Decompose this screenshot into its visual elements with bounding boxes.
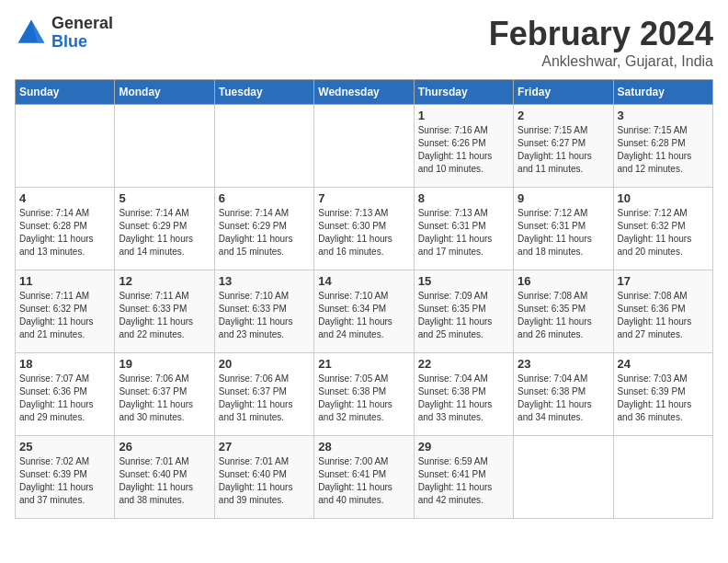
day-detail: Sunrise: 7:09 AM Sunset: 6:35 PM Dayligh…: [418, 290, 509, 341]
title-block: February 2024 Ankleshwar, Gujarat, India: [489, 15, 713, 70]
day-detail: Sunrise: 7:14 AM Sunset: 6:29 PM Dayligh…: [119, 207, 210, 259]
day-detail: Sunrise: 7:11 AM Sunset: 6:33 PM Dayligh…: [119, 290, 210, 341]
calendar-cell: 8Sunrise: 7:13 AM Sunset: 6:31 PM Daylig…: [414, 188, 513, 270]
day-number: 12: [119, 274, 210, 288]
calendar-cell: [613, 436, 712, 519]
calendar-cell: 9Sunrise: 7:12 AM Sunset: 6:31 PM Daylig…: [514, 188, 613, 270]
calendar-cell: 7Sunrise: 7:13 AM Sunset: 6:30 PM Daylig…: [314, 188, 414, 270]
day-number: 8: [418, 191, 509, 205]
calendar-cell: 2Sunrise: 7:15 AM Sunset: 6:27 PM Daylig…: [514, 105, 613, 188]
calendar-cell: 1Sunrise: 7:16 AM Sunset: 6:26 PM Daylig…: [414, 105, 513, 188]
day-detail: Sunrise: 7:04 AM Sunset: 6:38 PM Dayligh…: [418, 373, 509, 424]
day-detail: Sunrise: 7:14 AM Sunset: 6:28 PM Dayligh…: [19, 207, 110, 259]
day-number: 11: [19, 274, 110, 288]
day-detail: Sunrise: 7:12 AM Sunset: 6:32 PM Dayligh…: [618, 207, 709, 259]
calendar-cell: 28Sunrise: 7:00 AM Sunset: 6:41 PM Dayli…: [314, 436, 414, 519]
day-detail: Sunrise: 7:02 AM Sunset: 6:39 PM Dayligh…: [19, 455, 110, 507]
day-number: 18: [19, 357, 110, 371]
day-detail: Sunrise: 7:14 AM Sunset: 6:29 PM Dayligh…: [219, 207, 310, 259]
calendar-cell: 11Sunrise: 7:11 AM Sunset: 6:32 PM Dayli…: [16, 270, 115, 353]
calendar-cell: 18Sunrise: 7:07 AM Sunset: 6:36 PM Dayli…: [16, 353, 115, 436]
day-number: 7: [318, 191, 409, 205]
day-number: 22: [418, 357, 509, 371]
day-number: 24: [618, 357, 709, 371]
logo-blue: Blue: [51, 33, 113, 52]
calendar-cell: 5Sunrise: 7:14 AM Sunset: 6:29 PM Daylig…: [115, 188, 214, 270]
logo-icon: [15, 17, 48, 50]
day-number: 27: [219, 440, 310, 454]
calendar-table: SundayMondayTuesdayWednesdayThursdayFrid…: [15, 79, 713, 519]
day-detail: Sunrise: 7:12 AM Sunset: 6:31 PM Dayligh…: [518, 207, 609, 259]
calendar-cell: 20Sunrise: 7:06 AM Sunset: 6:37 PM Dayli…: [214, 353, 313, 436]
day-number: 6: [219, 191, 310, 205]
logo: General Blue: [15, 15, 113, 52]
day-detail: Sunrise: 7:13 AM Sunset: 6:31 PM Dayligh…: [418, 207, 509, 259]
calendar-cell: 10Sunrise: 7:12 AM Sunset: 6:32 PM Dayli…: [613, 188, 712, 270]
day-number: 9: [518, 191, 609, 205]
calendar-cell: 13Sunrise: 7:10 AM Sunset: 6:33 PM Dayli…: [214, 270, 313, 353]
calendar-week-row: 4Sunrise: 7:14 AM Sunset: 6:28 PM Daylig…: [16, 188, 713, 270]
day-detail: Sunrise: 7:05 AM Sunset: 6:38 PM Dayligh…: [318, 373, 409, 424]
calendar-cell: 19Sunrise: 7:06 AM Sunset: 6:37 PM Dayli…: [115, 353, 214, 436]
calendar-cell: 25Sunrise: 7:02 AM Sunset: 6:39 PM Dayli…: [16, 436, 115, 519]
calendar-week-row: 11Sunrise: 7:11 AM Sunset: 6:32 PM Dayli…: [16, 270, 713, 353]
day-number: 19: [119, 357, 210, 371]
weekday-header-sunday: Sunday: [16, 80, 115, 105]
calendar-cell: 22Sunrise: 7:04 AM Sunset: 6:38 PM Dayli…: [414, 353, 513, 436]
day-number: 15: [418, 274, 509, 288]
calendar-week-row: 18Sunrise: 7:07 AM Sunset: 6:36 PM Dayli…: [16, 353, 713, 436]
day-number: 3: [618, 109, 709, 122]
day-detail: Sunrise: 7:04 AM Sunset: 6:38 PM Dayligh…: [518, 373, 609, 424]
calendar-cell: [214, 105, 313, 188]
day-detail: Sunrise: 7:10 AM Sunset: 6:34 PM Dayligh…: [318, 290, 409, 341]
day-detail: Sunrise: 7:08 AM Sunset: 6:36 PM Dayligh…: [618, 290, 709, 341]
day-detail: Sunrise: 7:10 AM Sunset: 6:33 PM Dayligh…: [219, 290, 310, 341]
day-number: 1: [418, 109, 509, 122]
page-header: General Blue February 2024 Ankleshwar, G…: [15, 15, 713, 70]
calendar-cell: 14Sunrise: 7:10 AM Sunset: 6:34 PM Dayli…: [314, 270, 414, 353]
day-number: 17: [618, 274, 709, 288]
day-detail: Sunrise: 6:59 AM Sunset: 6:41 PM Dayligh…: [418, 455, 509, 507]
day-number: 4: [19, 191, 110, 205]
calendar-cell: 21Sunrise: 7:05 AM Sunset: 6:38 PM Dayli…: [314, 353, 414, 436]
day-number: 10: [618, 191, 709, 205]
calendar-cell: 29Sunrise: 6:59 AM Sunset: 6:41 PM Dayli…: [414, 436, 513, 519]
calendar-cell: [314, 105, 414, 188]
day-number: 16: [518, 274, 609, 288]
day-number: 29: [418, 440, 509, 454]
location: Ankleshwar, Gujarat, India: [489, 53, 713, 70]
day-number: 28: [318, 440, 409, 454]
day-number: 23: [518, 357, 609, 371]
calendar-week-row: 1Sunrise: 7:16 AM Sunset: 6:26 PM Daylig…: [16, 105, 713, 188]
logo-general: General: [51, 15, 113, 33]
day-detail: Sunrise: 7:15 AM Sunset: 6:28 PM Dayligh…: [618, 124, 709, 176]
day-detail: Sunrise: 7:01 AM Sunset: 6:40 PM Dayligh…: [119, 455, 210, 507]
calendar-cell: 17Sunrise: 7:08 AM Sunset: 6:36 PM Dayli…: [613, 270, 712, 353]
calendar-cell: 26Sunrise: 7:01 AM Sunset: 6:40 PM Dayli…: [115, 436, 214, 519]
day-number: 26: [119, 440, 210, 454]
calendar-cell: 27Sunrise: 7:01 AM Sunset: 6:40 PM Dayli…: [214, 436, 313, 519]
day-detail: Sunrise: 7:11 AM Sunset: 6:32 PM Dayligh…: [19, 290, 110, 341]
calendar-cell: 6Sunrise: 7:14 AM Sunset: 6:29 PM Daylig…: [214, 188, 313, 270]
weekday-header-thursday: Thursday: [414, 80, 513, 105]
day-detail: Sunrise: 7:06 AM Sunset: 6:37 PM Dayligh…: [119, 373, 210, 424]
calendar-cell: 16Sunrise: 7:08 AM Sunset: 6:35 PM Dayli…: [514, 270, 613, 353]
day-number: 13: [219, 274, 310, 288]
calendar-cell: [115, 105, 214, 188]
day-number: 14: [318, 274, 409, 288]
day-detail: Sunrise: 7:06 AM Sunset: 6:37 PM Dayligh…: [219, 373, 310, 424]
weekday-header-tuesday: Tuesday: [214, 80, 313, 105]
weekday-header-friday: Friday: [514, 80, 613, 105]
day-number: 5: [119, 191, 210, 205]
month-title: February 2024: [489, 15, 713, 53]
calendar-cell: 15Sunrise: 7:09 AM Sunset: 6:35 PM Dayli…: [414, 270, 513, 353]
day-detail: Sunrise: 7:13 AM Sunset: 6:30 PM Dayligh…: [318, 207, 409, 259]
calendar-header-row: SundayMondayTuesdayWednesdayThursdayFrid…: [16, 80, 713, 105]
calendar-cell: 4Sunrise: 7:14 AM Sunset: 6:28 PM Daylig…: [16, 188, 115, 270]
calendar-cell: [514, 436, 613, 519]
day-number: 25: [19, 440, 110, 454]
day-detail: Sunrise: 7:00 AM Sunset: 6:41 PM Dayligh…: [318, 455, 409, 507]
day-detail: Sunrise: 7:15 AM Sunset: 6:27 PM Dayligh…: [518, 124, 609, 176]
calendar-cell: 24Sunrise: 7:03 AM Sunset: 6:39 PM Dayli…: [613, 353, 712, 436]
day-detail: Sunrise: 7:07 AM Sunset: 6:36 PM Dayligh…: [19, 373, 110, 424]
